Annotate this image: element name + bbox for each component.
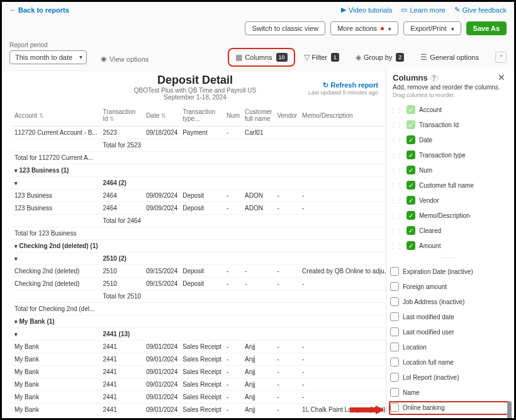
group-row[interactable]: My Bank (1)	[12, 315, 386, 328]
column-option-active[interactable]: ⋮⋮Transaction type	[389, 147, 508, 162]
columns-list[interactable]: ⋮⋮Account⋮⋮Transaction Id⋮⋮Date⋮⋮Transac…	[386, 102, 512, 416]
switch-classic-button[interactable]: Switch to classic view	[245, 21, 325, 35]
drag-handle-icon[interactable]: ⋮⋮	[390, 197, 403, 204]
column-option-inactive[interactable]: Last modified date	[389, 309, 508, 324]
collapse-panel-button[interactable]: ˄	[495, 52, 507, 63]
general-options-pill[interactable]: ☰ General options	[415, 50, 484, 64]
checkbox-unchecked[interactable]	[390, 358, 399, 366]
checkbox-checked[interactable]	[407, 196, 415, 205]
table-row[interactable]: My Bank244109/01/2024Sales Receipt-Anjj-…	[12, 404, 386, 416]
group-row[interactable]: Checking 2nd (deleted) (1)	[12, 240, 386, 253]
group-row[interactable]: 2510 (2)	[12, 253, 386, 265]
group-row[interactable]: 2464 (2)	[12, 177, 386, 190]
column-option-active[interactable]: ⋮⋮Transaction Id	[389, 117, 508, 132]
column-option-inactive[interactable]: Location	[389, 339, 508, 355]
checkbox-unchecked[interactable]	[390, 282, 399, 291]
drag-handle-icon[interactable]: ⋮⋮	[390, 106, 403, 113]
group-row[interactable]: 2441 (13)	[12, 328, 386, 341]
checkbox-unchecked[interactable]	[390, 267, 399, 276]
drag-handle-icon[interactable]: ⋮⋮	[390, 227, 403, 234]
drag-handle-icon[interactable]: ⋮⋮	[390, 152, 403, 159]
total-row[interactable]: Total for 2523	[12, 139, 386, 152]
column-header[interactable]: Transaction Id	[101, 105, 144, 127]
drag-handle-icon[interactable]: ⋮⋮	[390, 242, 403, 249]
give-feedback-link[interactable]: ✎Give feedback	[454, 6, 507, 14]
video-tutorials-link[interactable]: ▶Video tutorials	[341, 6, 393, 14]
column-option-active[interactable]: ⋮⋮Date	[389, 132, 508, 147]
checkbox-checked[interactable]	[407, 211, 415, 220]
export-print-button[interactable]: Export/Print	[403, 21, 461, 35]
checkbox-unchecked[interactable]	[390, 327, 399, 336]
checkbox-checked[interactable]	[407, 241, 415, 250]
more-actions-button[interactable]: More actions	[330, 21, 398, 35]
column-option-inactive[interactable]: Online banking	[389, 400, 508, 415]
checkbox-unchecked[interactable]	[390, 403, 399, 412]
total-row[interactable]: Total for 123 Business	[12, 227, 386, 240]
table-row[interactable]: My Bank244109/01/2024Sales Receipt-Anjj-…	[12, 391, 386, 404]
group-row[interactable]: 123 Business (1)	[12, 164, 386, 177]
checkbox-checked[interactable]	[407, 181, 415, 190]
drag-handle-icon[interactable]: ⋮⋮	[390, 167, 403, 174]
report-period-select[interactable]: This month to date	[9, 50, 87, 64]
column-option-active[interactable]: ⋮⋮Amount	[389, 238, 508, 253]
columns-pill[interactable]: ▦ Columns 10	[230, 50, 292, 64]
table-row[interactable]: 123 Business246409/09/2024Deposit-ADON--	[12, 190, 386, 202]
table-row[interactable]: My Bank244109/01/2024Sales Receipt-Anjj-…	[12, 341, 386, 353]
column-option-active[interactable]: ⋮⋮Account	[389, 102, 508, 117]
table-row[interactable]: Checking 2nd (deleted)251009/15/2024Depo…	[12, 265, 386, 278]
learn-more-link[interactable]: ▭Learn more	[401, 6, 445, 14]
column-option-active[interactable]: ⋮⋮Memo/Description	[389, 208, 508, 223]
checkbox-checked[interactable]	[407, 105, 415, 114]
column-option-inactive[interactable]: Job Address (inactive)	[389, 294, 508, 309]
total-row[interactable]: Total for 2510	[12, 290, 386, 303]
column-header[interactable]: Memo/Description	[300, 105, 386, 127]
table-row[interactable]: 112720 Current Account - B...252309/18/2…	[12, 127, 386, 139]
filter-pill[interactable]: ▽ Filter 1	[299, 50, 344, 64]
total-row[interactable]: Total for Checking 2nd (del...	[12, 303, 386, 315]
checkbox-unchecked[interactable]	[390, 373, 399, 382]
panel-vertical-scrollbar[interactable]	[507, 162, 512, 409]
save-as-button[interactable]: Save As	[466, 21, 507, 35]
checkbox-checked[interactable]	[407, 120, 415, 129]
checkbox-checked[interactable]	[407, 166, 415, 174]
column-header[interactable]: Customer full name	[242, 105, 274, 127]
back-to-reports-link[interactable]: Back to reports	[9, 6, 69, 14]
checkbox-unchecked[interactable]	[390, 343, 399, 351]
column-header[interactable]: Date	[143, 105, 180, 127]
checkbox-checked[interactable]	[407, 135, 415, 144]
column-option-inactive[interactable]: Lol Report (inactive)	[389, 370, 508, 385]
column-option-active[interactable]: ⋮⋮Num	[389, 162, 508, 178]
column-header[interactable]: Transaction type...	[180, 105, 224, 127]
drag-handle-icon[interactable]: ⋮⋮	[390, 182, 403, 189]
drag-handle-icon[interactable]: ⋮⋮	[390, 137, 403, 144]
column-option-inactive[interactable]: Name	[389, 385, 508, 400]
table-row[interactable]: My Bank244109/01/2024Sales Receipt-Anjj-…	[12, 378, 386, 391]
table-row[interactable]: Checking 2nd (deleted)251009/15/2024Depo…	[12, 278, 386, 290]
column-option-inactive[interactable]: Foreign amount	[389, 279, 508, 294]
help-icon[interactable]: ?	[430, 74, 438, 82]
column-option-active[interactable]: ⋮⋮Cleared	[389, 223, 508, 238]
column-option-inactive[interactable]: Expiration Date (inactive)	[389, 264, 508, 279]
table-row[interactable]: 123 Business246409/09/2024Deposit-ADON--	[12, 202, 386, 215]
column-header[interactable]: Vendor	[274, 105, 300, 127]
column-option-inactive[interactable]: Location full name	[389, 355, 508, 370]
refresh-report-button[interactable]: Refresh report	[308, 81, 378, 89]
total-row[interactable]: Total for 112720 Current A...	[12, 152, 386, 164]
drag-handle-icon[interactable]: ⋮⋮	[390, 212, 403, 219]
view-options-toggle[interactable]: ◉ View options	[101, 55, 149, 63]
drag-handle-icon[interactable]: ⋮⋮	[390, 122, 403, 128]
column-option-active[interactable]: ⋮⋮Customer full name	[389, 178, 508, 193]
group-by-pill[interactable]: ◈ Group by 2	[351, 50, 409, 64]
table-row[interactable]: My Bank244109/01/2024Sales Receipt-Anjj-…	[12, 366, 386, 378]
column-option-active[interactable]: ⋮⋮Vendor	[389, 193, 508, 208]
checkbox-checked[interactable]	[407, 226, 415, 235]
table-row[interactable]: My Bank244109/01/2024Sales Receipt-Anjj-…	[12, 353, 386, 366]
checkbox-unchecked[interactable]	[390, 388, 399, 397]
checkbox-unchecked[interactable]	[390, 297, 399, 306]
column-option-inactive[interactable]: Last modified user	[389, 324, 508, 339]
total-row[interactable]: Total for 2464	[12, 215, 386, 227]
close-panel-button[interactable]: ✕	[498, 72, 505, 82]
column-option-inactive[interactable]: Payment method	[389, 415, 508, 416]
column-header[interactable]: Num	[224, 105, 242, 127]
checkbox-checked[interactable]	[407, 150, 415, 159]
